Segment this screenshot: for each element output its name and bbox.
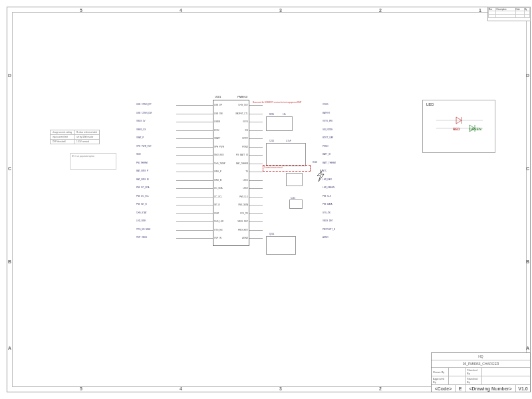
net-label: GND [136, 153, 141, 156]
note-box: NC / not populated option [70, 153, 116, 170]
wire [249, 230, 263, 231]
ic-pin-left: I2C_SCL [214, 196, 222, 198]
wire [176, 213, 213, 214]
component-ref: Q201 [269, 233, 274, 235]
row-coord: B [8, 259, 11, 264]
wire [176, 122, 213, 122]
wire [176, 188, 213, 189]
ic-pin-left: GND_SNS [214, 154, 224, 156]
ic-pin-left: CHG_LED [214, 220, 223, 223]
net-label: BOOT_CAP [323, 136, 333, 139]
net-label: SYS_OK [323, 211, 331, 214]
notes-cell: input current limit [51, 135, 74, 140]
notes-cell: set by ILIM resistor [74, 135, 100, 140]
ic-pin-right: BAT_THERM [231, 162, 248, 165]
row-coord: B [526, 259, 529, 264]
col-coord: 2 [379, 386, 382, 391]
ic-pin-right: TS [231, 170, 248, 173]
row-coord: C [526, 166, 529, 171]
revision-block: Rev Description Date By [487, 7, 531, 21]
net-label: VBUS_DET [323, 219, 333, 222]
wire [176, 221, 213, 222]
titleblock-rev: V1.0 [515, 385, 530, 392]
wire [249, 155, 263, 156]
ic-pin-right: PROCHOT [231, 229, 248, 231]
wire [176, 164, 213, 164]
net-label: USB_CONN_DP [136, 103, 152, 106]
net-label: PMI_I2C_SDA [136, 186, 150, 189]
ic-pin-left: I2C_SDA [214, 187, 223, 190]
ic-pin-left: VBATT [214, 137, 220, 140]
row-coord: D [8, 73, 11, 78]
wire [176, 205, 213, 205]
net-label: PGND [323, 145, 329, 148]
net-label: USB_CONN_DM [136, 112, 152, 114]
wire [176, 130, 213, 131]
ic-pin-left: OTG_EN [214, 229, 222, 231]
titleblock-code: <Code> [432, 385, 455, 392]
ic-pin-right: VBUS_DET [231, 220, 248, 223]
ic-pin-right: AGND [231, 237, 248, 239]
ic-ref: U201 [215, 95, 221, 98]
sub-block-sense [266, 143, 306, 166]
led-icon [436, 114, 483, 141]
titleblock-field: Checked By [465, 368, 481, 376]
component-val: 10k [283, 113, 286, 116]
titleblock-field: Standard By [465, 376, 481, 384]
wire [249, 180, 263, 181]
led-title: LED [426, 102, 434, 106]
ic-pin-right: LED2 [231, 187, 248, 190]
wire [249, 122, 263, 122]
ic-pin-left: CHG_TEMP [214, 162, 225, 165]
wire [176, 155, 213, 156]
wire [176, 238, 213, 239]
titleblock-size: E [455, 385, 465, 392]
col-coord: 2 [379, 8, 382, 13]
ic-pin-left: OVP_IN [214, 237, 221, 239]
titleblock-field: Approved By [432, 376, 448, 384]
net-label: PMI_INT_N [136, 203, 147, 205]
ic-pin-right: PMI_DATA [231, 203, 248, 206]
net-label: BATT_THERM [323, 162, 336, 164]
ic-pin-right: VSYS [231, 120, 248, 123]
ic-pin-right: SYS_OK [231, 212, 248, 215]
title-block: HQ 05_PM8953_CHARGER Drawn By Checked By… [431, 352, 531, 392]
net-label: OVP_VBUS [136, 236, 147, 239]
ic-pin-left: VPH_PWR [214, 146, 224, 148]
ic-pin-right: BATFET_CTL [231, 112, 248, 115]
wire [249, 213, 263, 214]
col-coord: 5 [80, 386, 82, 391]
wire [249, 172, 263, 172]
row-coord: A [526, 346, 529, 350]
sub-block-batfet [266, 236, 296, 255]
sub-block-usb [266, 116, 293, 131]
col-coord: 3 [279, 386, 282, 391]
ic-pin-right: FG_BATT_ID [231, 154, 248, 156]
ic-pin-left: USB_DP [214, 104, 222, 106]
wire [176, 180, 213, 181]
ic-pin-left: INT_N [214, 203, 220, 206]
net-label: PM_THERM [136, 162, 148, 164]
net-label: VREG_S3 [136, 128, 146, 131]
annotation-mid: Current sense circuit [263, 165, 311, 172]
component-val: 4.7uF [286, 140, 291, 142]
net-label: SW_NODE [323, 128, 332, 131]
wire [176, 197, 213, 198]
wire [176, 230, 213, 231]
ic-pin-right: BOOT [231, 137, 248, 140]
net-label: VSYS_3P8 [323, 120, 332, 122]
wire [249, 147, 263, 148]
net-label: VBAT_P [136, 136, 144, 139]
wire [249, 221, 263, 222]
net-label: BATFET [323, 112, 330, 114]
ic-pin-left: USB_DM [214, 112, 223, 115]
esd-icon [316, 170, 325, 182]
wire [176, 138, 213, 139]
notes-table: charge current settingR value reference … [50, 130, 100, 144]
net-label: BATT_ID [323, 153, 331, 156]
wire [249, 205, 263, 205]
notes-cell: 13.5V nominal [74, 140, 100, 144]
net-label: VPH_PWR_OUT [136, 145, 152, 148]
row-coord: D [526, 73, 529, 78]
ic-pin-left: ISNS_P [214, 170, 221, 173]
